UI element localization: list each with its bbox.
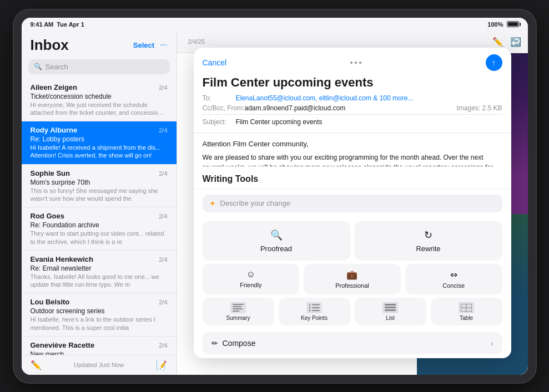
email-detail: 2/4/25 ✏️ ↩️ RS Visit Our OnlineBox Offi… xyxy=(177,31,528,375)
send-button[interactable]: ↑ xyxy=(486,54,502,71)
detail-date: 2/4/25 xyxy=(184,38,205,45)
compose-left: ✏ Compose xyxy=(211,339,256,348)
updated-text: Updated Just Now xyxy=(74,362,124,368)
writing-tools-popup: Writing Tools ✦ Describe your change 🔍 P… xyxy=(194,166,511,358)
modal-body[interactable]: Attention Film Center community, We are … xyxy=(194,133,511,358)
email-subject: Re: Lobby posters xyxy=(31,135,168,143)
modal-dot-1 xyxy=(350,62,352,64)
svg-rect-5 xyxy=(312,304,320,305)
proofread-icon: 🔍 xyxy=(270,229,283,241)
sender-name: Evania Henkewich xyxy=(31,255,93,263)
images-size: Images: 2.5 KB xyxy=(456,104,502,112)
email-subject: Re: Foundation archive xyxy=(31,221,168,229)
reply-button[interactable]: ↩️ xyxy=(510,37,521,47)
subject-label: Subject: xyxy=(203,118,236,126)
search-bar[interactable]: 🔍 Search xyxy=(28,59,170,74)
svg-rect-2 xyxy=(233,308,243,309)
friendly-label: Friendly xyxy=(240,282,261,288)
table-label: Table xyxy=(460,315,473,321)
battery-fill xyxy=(508,22,518,26)
new-email-icon[interactable]: 📝 xyxy=(156,360,167,370)
summary-icon xyxy=(230,302,246,313)
svg-rect-1 xyxy=(233,306,241,307)
svg-rect-9 xyxy=(312,310,320,311)
battery-percent: 100% xyxy=(487,21,503,28)
select-button[interactable]: Select xyxy=(133,40,154,50)
email-date: 2/4 xyxy=(159,299,167,306)
compose-label: Compose xyxy=(223,339,256,348)
email-item[interactable]: Evania Henkewich 2/4 Re: Email newslette… xyxy=(22,251,177,294)
friendly-button[interactable]: ☺ Friendly xyxy=(203,264,300,294)
email-item[interactable]: Rody Alburne 2/4 Re: Lobby posters Hi Is… xyxy=(22,121,177,165)
list-button[interactable]: List xyxy=(355,298,426,325)
friendly-icon: ☺ xyxy=(246,269,255,279)
compose-row[interactable]: ✏ Compose › xyxy=(203,332,502,354)
svg-rect-7 xyxy=(312,307,320,308)
sidebar-actions: Select ··· xyxy=(133,40,168,50)
email-date: 2/4 xyxy=(159,84,167,91)
table-button[interactable]: Table xyxy=(431,298,502,325)
email-preview: Hi Isabelle, here's a link to the outdoo… xyxy=(31,315,168,332)
email-subject: Mom's surprise 70th xyxy=(31,179,168,186)
ipad-screen: 9:41 AM Tue Apr 1 100% Inbox Select ··· xyxy=(22,18,528,375)
wt-search-bar[interactable]: ✦ Describe your change xyxy=(203,195,502,212)
email-item[interactable]: Rod Goes 2/4 Re: Foundation archive They… xyxy=(22,207,177,251)
table-icon xyxy=(459,302,474,313)
svg-rect-11 xyxy=(385,307,396,308)
svg-point-6 xyxy=(309,307,311,308)
send-icon: ↑ xyxy=(492,58,496,67)
concise-label: Concise xyxy=(442,282,465,289)
professional-label: Professional xyxy=(335,282,369,289)
to-value[interactable]: ElenaLanot55@icloud.com, eltlin@icloud.c… xyxy=(236,94,414,102)
email-preview: They want to start putting out video con… xyxy=(31,230,168,246)
list-label: List xyxy=(386,315,395,321)
cc-value: adam.s9noend7.paid@icloud.com xyxy=(245,104,346,112)
email-preview: Thanks, Isabelle! All looks good to me o… xyxy=(31,273,168,289)
email-preview: This is so funny! She messaged me saying… xyxy=(31,187,168,203)
email-item[interactable]: Aileen Zeigen 2/4 Ticket/concession sche… xyxy=(22,79,177,122)
professional-button[interactable]: 💼 Professional xyxy=(304,264,401,294)
more-icon[interactable]: ··· xyxy=(160,40,167,50)
email-date: 2/4 xyxy=(159,213,167,220)
rewrite-icon: ↻ xyxy=(424,229,432,241)
to-label: To: xyxy=(203,94,236,102)
sender-name: Sophie Sun xyxy=(31,169,70,177)
date-display: Tue Apr 1 xyxy=(57,21,84,28)
modal-dot-3 xyxy=(359,62,361,64)
email-item[interactable]: Geneviève Racette 2/4 New merch Hi all! … xyxy=(22,337,177,354)
rewrite-button[interactable]: ↻ Rewrite xyxy=(355,221,502,261)
inbox-title: Inbox xyxy=(31,37,69,54)
concise-button[interactable]: ⇔ Concise xyxy=(405,264,502,294)
summary-label: Summary xyxy=(226,315,250,321)
email-item[interactable]: Lou Belsito 2/4 Outdoor screening series… xyxy=(22,293,177,337)
email-list: Aileen Zeigen 2/4 Ticket/concession sche… xyxy=(22,79,177,355)
battery-icon xyxy=(507,21,519,27)
email-preview: Hi everyone, We just received the schedu… xyxy=(31,101,168,117)
sender-name: Aileen Zeigen xyxy=(31,83,78,91)
compose-chevron-icon: › xyxy=(491,339,493,348)
svg-point-8 xyxy=(309,309,311,311)
email-subject: Outdoor screening series xyxy=(31,307,168,315)
wt-header: Writing Tools xyxy=(194,166,511,189)
modal-meta: To: ElenaLanot55@icloud.com, eltlin@iclo… xyxy=(203,94,502,126)
status-bar: 9:41 AM Tue Apr 1 100% xyxy=(22,18,528,31)
cc-row: Cc/Bcc, From: adam.s9noend7.paid@icloud.… xyxy=(203,104,502,112)
wt-search-placeholder: Describe your change xyxy=(220,199,290,207)
key-points-label: Key Points xyxy=(301,315,328,321)
list-icon xyxy=(382,302,398,313)
compose-button[interactable]: ✏️ xyxy=(492,37,503,47)
email-item[interactable]: Sophie Sun 2/4 Mom's surprise 70th This … xyxy=(22,165,177,208)
svg-rect-0 xyxy=(233,304,244,305)
email-modal: Cancel ↑ Film Center upcoming events xyxy=(194,48,511,358)
key-points-button[interactable]: Key Points xyxy=(279,298,350,325)
email-date: 2/4 xyxy=(159,127,167,134)
email-subject: Re: Email newsletter xyxy=(31,264,168,272)
time-display: 9:41 AM xyxy=(31,21,54,28)
sidebar: Inbox Select ··· 🔍 Search Aileen Zeigen … xyxy=(22,31,177,375)
modal-dot-2 xyxy=(355,62,357,64)
compose-icon-footer[interactable]: ✏️ xyxy=(31,360,42,370)
cancel-button[interactable]: Cancel xyxy=(203,58,227,67)
sender-name: Rod Goes xyxy=(31,212,64,220)
proofread-button[interactable]: 🔍 Proofread xyxy=(203,221,350,261)
summary-button[interactable]: Summary xyxy=(203,298,274,325)
